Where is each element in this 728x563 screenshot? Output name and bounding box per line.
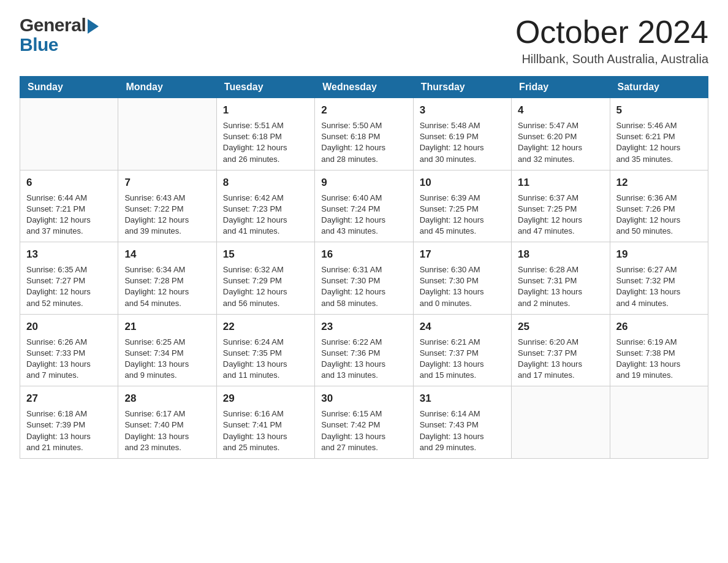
day-number: 15 <box>223 247 308 262</box>
calendar-cell: 3Sunrise: 5:48 AM Sunset: 6:19 PM Daylig… <box>413 98 511 170</box>
day-info: Sunrise: 6:32 AM Sunset: 7:29 PM Dayligh… <box>223 264 308 309</box>
calendar-header-row: SundayMondayTuesdayWednesdayThursdayFrid… <box>20 77 708 98</box>
day-info: Sunrise: 6:20 AM Sunset: 7:37 PM Dayligh… <box>518 337 603 381</box>
logo: General Blue <box>20 15 99 55</box>
calendar-cell: 18Sunrise: 6:28 AM Sunset: 7:31 PM Dayli… <box>512 242 610 315</box>
day-info: Sunrise: 6:22 AM Sunset: 7:36 PM Dayligh… <box>321 337 406 381</box>
day-number: 20 <box>26 320 112 334</box>
column-header-saturday: Saturday <box>610 77 708 98</box>
day-info: Sunrise: 6:36 AM Sunset: 7:26 PM Dayligh… <box>616 193 702 237</box>
logo-chevron-icon <box>88 19 99 34</box>
day-info: Sunrise: 6:44 AM Sunset: 7:21 PM Dayligh… <box>26 193 112 237</box>
calendar-cell: 19Sunrise: 6:27 AM Sunset: 7:32 PM Dayli… <box>610 242 708 315</box>
day-info: Sunrise: 6:34 AM Sunset: 7:28 PM Dayligh… <box>124 264 210 309</box>
day-number: 3 <box>420 103 505 118</box>
column-header-friday: Friday <box>512 77 610 98</box>
day-info: Sunrise: 6:17 AM Sunset: 7:40 PM Dayligh… <box>124 408 210 453</box>
day-info: Sunrise: 6:42 AM Sunset: 7:23 PM Dayligh… <box>223 193 308 237</box>
day-number: 11 <box>518 175 603 190</box>
calendar-cell: 6Sunrise: 6:44 AM Sunset: 7:21 PM Daylig… <box>20 170 118 242</box>
day-number: 24 <box>420 320 505 334</box>
day-info: Sunrise: 6:31 AM Sunset: 7:30 PM Dayligh… <box>321 264 406 309</box>
day-number: 19 <box>616 247 702 262</box>
day-number: 8 <box>223 175 308 190</box>
day-info: Sunrise: 6:35 AM Sunset: 7:27 PM Dayligh… <box>26 264 112 309</box>
day-number: 9 <box>321 175 406 190</box>
day-number: 21 <box>124 320 210 334</box>
day-number: 23 <box>321 320 406 334</box>
calendar-cell: 1Sunrise: 5:51 AM Sunset: 6:18 PM Daylig… <box>216 98 314 170</box>
day-info: Sunrise: 6:19 AM Sunset: 7:38 PM Dayligh… <box>616 337 702 381</box>
calendar-cell: 24Sunrise: 6:21 AM Sunset: 7:37 PM Dayli… <box>413 314 511 386</box>
column-header-tuesday: Tuesday <box>216 77 314 98</box>
calendar-cell <box>20 98 118 170</box>
day-number: 29 <box>223 391 308 406</box>
calendar-cell: 13Sunrise: 6:35 AM Sunset: 7:27 PM Dayli… <box>20 242 118 315</box>
day-number: 17 <box>420 247 505 262</box>
logo-blue-text: Blue <box>20 34 58 55</box>
calendar-cell: 16Sunrise: 6:31 AM Sunset: 7:30 PM Dayli… <box>315 242 413 315</box>
day-number: 27 <box>26 391 112 406</box>
day-info: Sunrise: 6:27 AM Sunset: 7:32 PM Dayligh… <box>616 264 702 309</box>
day-number: 28 <box>124 391 210 406</box>
day-info: Sunrise: 5:47 AM Sunset: 6:20 PM Dayligh… <box>518 120 603 165</box>
calendar-cell: 9Sunrise: 6:40 AM Sunset: 7:24 PM Daylig… <box>315 170 413 242</box>
day-number: 14 <box>124 247 210 262</box>
calendar-cell <box>118 98 216 170</box>
day-info: Sunrise: 6:40 AM Sunset: 7:24 PM Dayligh… <box>321 193 406 237</box>
month-title: October 2024 <box>515 15 708 50</box>
calendar-cell: 20Sunrise: 6:26 AM Sunset: 7:33 PM Dayli… <box>20 314 118 386</box>
day-info: Sunrise: 6:16 AM Sunset: 7:41 PM Dayligh… <box>223 408 308 453</box>
calendar-cell: 31Sunrise: 6:14 AM Sunset: 7:43 PM Dayli… <box>413 386 511 459</box>
day-number: 13 <box>26 247 112 262</box>
calendar-cell: 25Sunrise: 6:20 AM Sunset: 7:37 PM Dayli… <box>512 314 610 386</box>
day-info: Sunrise: 6:21 AM Sunset: 7:37 PM Dayligh… <box>420 337 505 381</box>
calendar-week-row: 13Sunrise: 6:35 AM Sunset: 7:27 PM Dayli… <box>20 242 708 315</box>
day-info: Sunrise: 6:24 AM Sunset: 7:35 PM Dayligh… <box>223 337 308 381</box>
calendar-cell: 26Sunrise: 6:19 AM Sunset: 7:38 PM Dayli… <box>610 314 708 386</box>
day-number: 6 <box>26 175 112 190</box>
day-number: 16 <box>321 247 406 262</box>
day-number: 2 <box>321 103 406 118</box>
calendar-cell: 23Sunrise: 6:22 AM Sunset: 7:36 PM Dayli… <box>315 314 413 386</box>
calendar-cell <box>512 386 610 459</box>
calendar-cell: 21Sunrise: 6:25 AM Sunset: 7:34 PM Dayli… <box>118 314 216 386</box>
day-info: Sunrise: 5:50 AM Sunset: 6:18 PM Dayligh… <box>321 120 406 165</box>
calendar-cell: 22Sunrise: 6:24 AM Sunset: 7:35 PM Dayli… <box>216 314 314 386</box>
column-header-wednesday: Wednesday <box>315 77 413 98</box>
page-header: General Blue October 2024 Hillbank, Sout… <box>20 15 708 66</box>
day-info: Sunrise: 5:51 AM Sunset: 6:18 PM Dayligh… <box>223 120 308 165</box>
day-number: 26 <box>616 320 702 334</box>
day-info: Sunrise: 5:46 AM Sunset: 6:21 PM Dayligh… <box>616 120 702 165</box>
day-number: 1 <box>223 103 308 118</box>
calendar-cell: 7Sunrise: 6:43 AM Sunset: 7:22 PM Daylig… <box>118 170 216 242</box>
calendar-cell: 14Sunrise: 6:34 AM Sunset: 7:28 PM Dayli… <box>118 242 216 315</box>
calendar-cell: 17Sunrise: 6:30 AM Sunset: 7:30 PM Dayli… <box>413 242 511 315</box>
calendar-cell: 8Sunrise: 6:42 AM Sunset: 7:23 PM Daylig… <box>216 170 314 242</box>
column-header-thursday: Thursday <box>413 77 511 98</box>
calendar-cell: 28Sunrise: 6:17 AM Sunset: 7:40 PM Dayli… <box>118 386 216 459</box>
calendar-cell: 11Sunrise: 6:37 AM Sunset: 7:25 PM Dayli… <box>512 170 610 242</box>
calendar-cell: 29Sunrise: 6:16 AM Sunset: 7:41 PM Dayli… <box>216 386 314 459</box>
day-info: Sunrise: 6:30 AM Sunset: 7:30 PM Dayligh… <box>420 264 505 309</box>
day-info: Sunrise: 6:37 AM Sunset: 7:25 PM Dayligh… <box>518 193 603 237</box>
day-number: 18 <box>518 247 603 262</box>
day-number: 7 <box>124 175 210 190</box>
day-number: 22 <box>223 320 308 334</box>
day-number: 31 <box>420 391 505 406</box>
day-number: 4 <box>518 103 603 118</box>
calendar-cell: 4Sunrise: 5:47 AM Sunset: 6:20 PM Daylig… <box>512 98 610 170</box>
calendar-cell: 10Sunrise: 6:39 AM Sunset: 7:25 PM Dayli… <box>413 170 511 242</box>
calendar-cell: 27Sunrise: 6:18 AM Sunset: 7:39 PM Dayli… <box>20 386 118 459</box>
day-number: 25 <box>518 320 603 334</box>
day-info: Sunrise: 6:14 AM Sunset: 7:43 PM Dayligh… <box>420 408 505 453</box>
location-title: Hillbank, South Australia, Australia <box>515 52 708 66</box>
calendar-cell: 12Sunrise: 6:36 AM Sunset: 7:26 PM Dayli… <box>610 170 708 242</box>
column-header-sunday: Sunday <box>20 77 118 98</box>
day-info: Sunrise: 6:26 AM Sunset: 7:33 PM Dayligh… <box>26 337 112 381</box>
day-info: Sunrise: 5:48 AM Sunset: 6:19 PM Dayligh… <box>420 120 505 165</box>
day-number: 10 <box>420 175 505 190</box>
column-header-monday: Monday <box>118 77 216 98</box>
calendar-table: SundayMondayTuesdayWednesdayThursdayFrid… <box>20 76 708 459</box>
calendar-cell <box>610 386 708 459</box>
